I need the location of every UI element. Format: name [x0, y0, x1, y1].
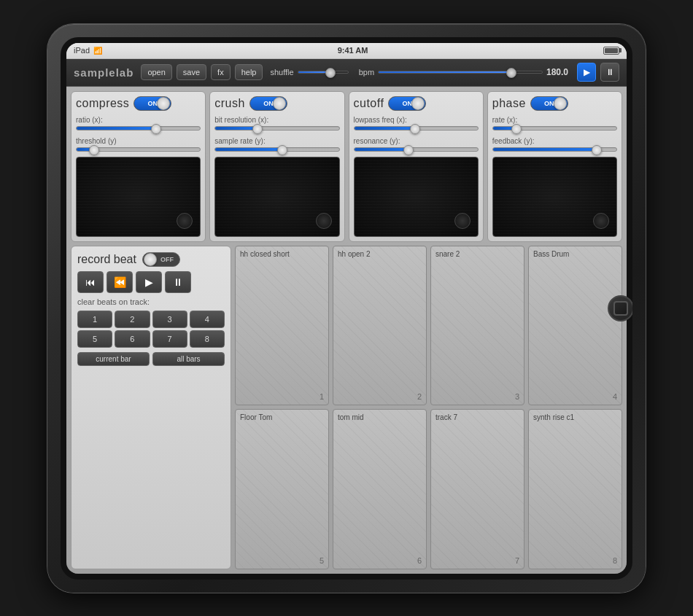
- drum-pad-2[interactable]: hh open 2 2: [333, 246, 427, 406]
- drum-pad-8[interactable]: synth rise c1 8: [528, 409, 622, 569]
- lowpass-slider[interactable]: [354, 126, 479, 130]
- effect-header: crush ON: [214, 96, 339, 111]
- bpm-label: bpm: [359, 68, 374, 77]
- open-button[interactable]: open: [141, 64, 171, 80]
- compress-pad[interactable]: [76, 157, 201, 237]
- rate-thumb[interactable]: [511, 124, 522, 134]
- pad-name-2: hh open 2: [338, 250, 422, 258]
- drum-pad-4[interactable]: Bass Drum 4: [528, 246, 622, 406]
- samplerate-slider[interactable]: [214, 147, 339, 152]
- bpm-fill: [379, 71, 509, 73]
- save-button[interactable]: save: [177, 64, 206, 80]
- wifi-icon: 📶: [93, 47, 102, 55]
- drum-pad-7[interactable]: track 7 7: [430, 409, 524, 569]
- pad-name-7: track 7: [435, 413, 519, 421]
- pad-number-8: 8: [613, 556, 617, 565]
- ratio-thumb[interactable]: [151, 124, 161, 134]
- rewind-button[interactable]: ⏪: [107, 271, 133, 293]
- effect-header: compress ON: [76, 96, 201, 111]
- shuffle-slider[interactable]: [298, 71, 349, 74]
- resonance-thumb[interactable]: [403, 145, 414, 155]
- bitres-slider[interactable]: [214, 126, 339, 130]
- status-left: iPad 📶: [74, 46, 102, 55]
- feedback-slider[interactable]: [492, 147, 617, 152]
- shuffle-label: shuffle: [270, 68, 293, 77]
- toolbar: samplelab open save fx help s: [66, 59, 627, 87]
- toggle-off-knob: [144, 253, 157, 266]
- battery-icon: [603, 47, 619, 55]
- ipad-screen-area: iPad 📶 9:41 AM samplelab: [61, 37, 632, 580]
- app-container: samplelab open save fx help s: [66, 59, 627, 574]
- lowpass-thumb[interactable]: [410, 124, 420, 134]
- skip-back-icon: ⏮: [85, 276, 96, 288]
- feedback-thumb[interactable]: [592, 145, 602, 155]
- drum-pad-5[interactable]: Floor Tom 5: [235, 409, 329, 569]
- slider2-label: resonance (y):: [354, 137, 479, 145]
- slider1-label: ratio (x):: [76, 116, 201, 124]
- num-btn-1[interactable]: 1: [77, 311, 112, 328]
- lowpass-fill: [355, 127, 417, 130]
- num-btn-8[interactable]: 8: [190, 330, 225, 348]
- transport-pause-button[interactable]: ⏸: [165, 271, 191, 293]
- num-btn-3[interactable]: 3: [152, 311, 187, 328]
- pad-name-8: synth rise c1: [533, 413, 617, 421]
- num-btn-2[interactable]: 2: [115, 311, 150, 328]
- drum-pad-1[interactable]: hh closed short 1: [235, 246, 329, 406]
- toggle-knob: [157, 97, 170, 110]
- logo-text: samplelab: [74, 66, 133, 79]
- num-btn-6[interactable]: 6: [115, 330, 150, 348]
- skip-back-button[interactable]: ⏮: [77, 271, 104, 293]
- transport-play-icon: ▶: [145, 276, 153, 288]
- pad-knob: [177, 213, 193, 229]
- cutoff-pad[interactable]: [354, 157, 479, 237]
- current-bar-button[interactable]: current bar: [77, 352, 150, 366]
- num-btn-7[interactable]: 7: [152, 330, 187, 348]
- toggle-knob: [554, 97, 567, 110]
- drum-pad-3[interactable]: snare 2 3: [430, 246, 524, 406]
- num-btn-4[interactable]: 4: [190, 311, 225, 328]
- slider2-label: threshold (y): [76, 137, 201, 145]
- samplerate-fill: [215, 148, 283, 151]
- home-button-inner: [613, 301, 628, 316]
- effect-phase: phase ON rate (x): fee: [487, 91, 622, 242]
- bpm-thumb[interactable]: [506, 68, 516, 78]
- transport-play-button[interactable]: ▶: [136, 271, 162, 293]
- threshold-slider[interactable]: [76, 147, 201, 152]
- shuffle-thumb[interactable]: [325, 68, 336, 78]
- bpm-section: bpm 180.0: [359, 67, 573, 77]
- fx-button[interactable]: fx: [211, 64, 231, 80]
- pad-name-5: Floor Tom: [240, 413, 324, 421]
- resonance-slider[interactable]: [354, 147, 479, 152]
- rate-slider[interactable]: [492, 126, 617, 130]
- toggle-knob: [273, 97, 286, 110]
- phase-toggle[interactable]: ON: [530, 96, 568, 111]
- ratio-fill: [77, 127, 157, 130]
- num-btn-5[interactable]: 5: [77, 330, 112, 348]
- home-button[interactable]: [608, 295, 632, 321]
- pause-button[interactable]: ⏸: [600, 63, 619, 82]
- slider1-label: bit resolution (x):: [214, 116, 339, 124]
- record-toggle[interactable]: OFF: [142, 252, 180, 267]
- drum-pad-6[interactable]: tom mid 6: [333, 409, 427, 569]
- help-button[interactable]: help: [235, 64, 263, 80]
- compress-toggle[interactable]: ON: [133, 96, 171, 111]
- crush-toggle[interactable]: ON: [249, 96, 287, 111]
- transport-controls: ⏮ ⏪ ▶ ⏸: [77, 271, 225, 293]
- ratio-slider[interactable]: [76, 126, 201, 130]
- play-button[interactable]: ▶: [577, 63, 596, 82]
- all-bars-button[interactable]: all bars: [152, 352, 225, 366]
- pad-name-6: tom mid: [338, 413, 422, 421]
- effect-compress: compress ON ratio (x):: [71, 91, 206, 242]
- bitres-thumb[interactable]: [252, 124, 263, 134]
- pad-number-4: 4: [613, 392, 617, 401]
- toggle-knob: [411, 97, 425, 110]
- threshold-thumb[interactable]: [89, 145, 99, 155]
- samplerate-thumb[interactable]: [277, 145, 287, 155]
- effect-title: compress: [76, 97, 129, 110]
- cutoff-toggle[interactable]: ON: [388, 96, 426, 111]
- crush-pad[interactable]: [214, 157, 339, 237]
- record-beat-label: record beat: [77, 253, 136, 266]
- pad-number-7: 7: [515, 556, 519, 565]
- phase-pad[interactable]: [492, 157, 617, 237]
- bpm-slider[interactable]: [378, 71, 543, 74]
